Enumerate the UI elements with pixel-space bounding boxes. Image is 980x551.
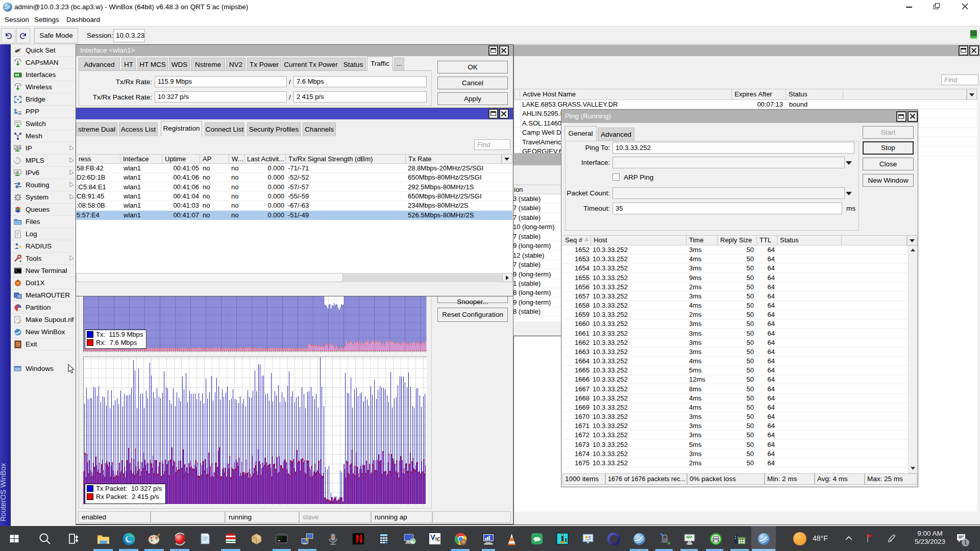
svg-text:>_: >_: [15, 269, 19, 272]
svg-text:255: 255: [15, 146, 21, 149]
svg-text:v6: v6: [15, 170, 19, 174]
svg-text:G:\: G:\: [277, 536, 282, 540]
